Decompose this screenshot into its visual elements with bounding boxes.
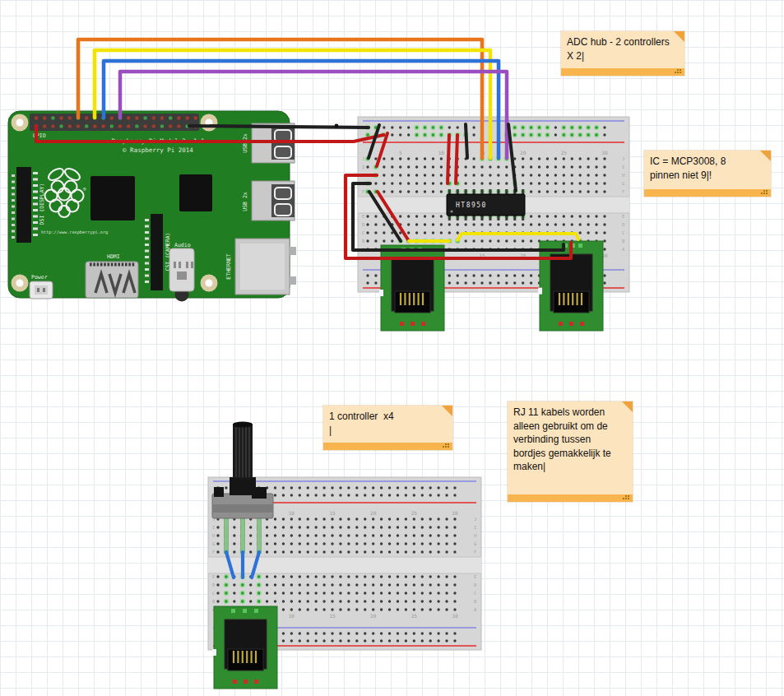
csi-dash: [145, 225, 149, 228]
rj11-solder-pad: [411, 322, 415, 326]
green-hole: [546, 126, 550, 129]
row-label: D: [622, 222, 624, 227]
csi-dash: [145, 250, 149, 253]
dsi-dash: [33, 172, 38, 174]
row-label: E: [474, 574, 476, 579]
note-resize-grip[interactable]: [766, 193, 768, 194]
note-title-bar[interactable]: [644, 189, 771, 197]
green-hole: [530, 133, 533, 137]
row-label: D: [212, 582, 215, 587]
note-title-bar[interactable]: [561, 68, 684, 76]
pot-leg-3: [257, 518, 262, 553]
breadboard-channel: [208, 557, 481, 573]
gpio-pin[interactable]: [101, 124, 105, 128]
dsi-pin: [12, 181, 15, 183]
green-hole: [538, 126, 541, 129]
csi-dash: [145, 256, 149, 258]
wire-bendpoint[interactable]: [335, 124, 339, 128]
green-hole: [225, 583, 228, 587]
gpio-pin[interactable]: [135, 124, 139, 128]
note-title-bar[interactable]: [508, 494, 633, 502]
wire-black-pi-to-board[interactable]: [189, 126, 369, 128]
wire-red-jumper-3[interactable]: [456, 135, 457, 183]
gpio-pin[interactable]: [169, 124, 173, 128]
note-resize-grip[interactable]: [680, 72, 681, 73]
dsi-pin: [12, 193, 15, 196]
gpio-pin[interactable]: [135, 116, 139, 120]
gpio-pin[interactable]: [77, 124, 81, 128]
green-hole: [546, 133, 550, 137]
gpio-pin[interactable]: [152, 116, 156, 120]
gpio-pin[interactable]: [127, 116, 131, 120]
gpio-pin[interactable]: [110, 124, 114, 128]
gpio-pin[interactable]: [68, 124, 72, 128]
row-label: F: [622, 189, 624, 194]
gpio-pin[interactable]: [127, 124, 131, 128]
soc-chip: [90, 176, 135, 220]
gpio-pin[interactable]: [143, 124, 147, 128]
gpio-pin[interactable]: [160, 124, 165, 128]
note-title-bar[interactable]: [323, 443, 452, 450]
gpio-pin[interactable]: [59, 124, 63, 128]
column-label: 10: [438, 150, 445, 155]
rj11-top-pad: [231, 609, 235, 613]
gpio-pin[interactable]: [152, 124, 156, 128]
green-hole: [578, 126, 582, 129]
green-hole: [522, 133, 525, 137]
column-label: 30: [452, 510, 458, 516]
gpio-pin[interactable]: [85, 124, 89, 128]
wire-red-jumper-2[interactable]: [448, 135, 449, 183]
sticky-note-adc-hub[interactable]: ADC hub - 2 controllers X 2|: [561, 31, 684, 76]
gpio-pin[interactable]: [93, 124, 97, 128]
hdmi-dash: [97, 263, 100, 267]
note-fold-corner: [674, 31, 684, 42]
gpio-pin[interactable]: [85, 116, 89, 120]
gpio-pin[interactable]: [194, 116, 198, 120]
note-text[interactable]: ADC hub - 2 controllers X 2|: [561, 31, 684, 67]
note-resize-grip[interactable]: [448, 446, 449, 448]
gpio-pin[interactable]: [143, 116, 147, 120]
note-text[interactable]: 1 controller x4 |: [323, 406, 452, 441]
rj11-jack-bottom[interactable]: [212, 606, 277, 689]
sticky-note-rj11[interactable]: RJ 11 kabels worden alleen gebruikt om d…: [508, 401, 633, 502]
csi-dash: [145, 238, 149, 240]
gpio-pin[interactable]: [51, 116, 55, 120]
dsi-pin: [12, 206, 15, 208]
gpio-pin[interactable]: [35, 116, 39, 120]
row-label: I: [622, 165, 624, 169]
gpio-pin[interactable]: [177, 124, 181, 128]
gpio-pin[interactable]: [169, 116, 173, 120]
registered-mark: ®: [83, 186, 86, 192]
gpio-pin[interactable]: [110, 116, 114, 120]
green-hole: [241, 592, 244, 595]
gpio-pin[interactable]: [43, 124, 47, 128]
ic-chip[interactable]: HT8950: [447, 189, 525, 220]
gpio-pin[interactable]: [160, 116, 165, 120]
csi-dash: [145, 262, 149, 265]
sticky-note-controller[interactable]: 1 controller x4 |: [323, 406, 452, 450]
note-resize-grip[interactable]: [628, 498, 629, 499]
dsi-pin: [12, 199, 15, 202]
gpio-pin[interactable]: [68, 116, 72, 120]
green-hole: [587, 126, 590, 129]
row-label: G: [622, 181, 624, 186]
wire-black-jumper-2[interactable]: [466, 124, 467, 158]
raspberry-pi-board[interactable]: GPIO Raspberry Pi Model 2 v1.1 © Raspber…: [8, 111, 296, 302]
gpio-pin[interactable]: [177, 116, 181, 120]
rj11-notch: [538, 288, 542, 295]
row-label: I: [212, 525, 215, 530]
green-hole: [530, 126, 533, 129]
gpio-pin[interactable]: [59, 116, 63, 120]
gpio-pin[interactable]: [43, 116, 47, 120]
hdmi-dash: [114, 263, 117, 267]
row-label: C: [362, 230, 364, 235]
note-text[interactable]: IC = MCP3008, 8 pinnen niet 9|!: [644, 151, 771, 186]
ethernet-label: ETHERNET: [225, 253, 232, 279]
power-label: Power: [31, 274, 48, 281]
gpio-pin[interactable]: [185, 116, 189, 120]
gpio-pin[interactable]: [51, 124, 55, 128]
gpio-pin[interactable]: [118, 124, 123, 128]
sticky-note-mcp3008[interactable]: IC = MCP3008, 8 pinnen niet 9|!: [644, 151, 771, 197]
note-text[interactable]: RJ 11 kabels worden alleen gebruikt om d…: [508, 401, 633, 478]
dsi-dash: [33, 197, 38, 199]
